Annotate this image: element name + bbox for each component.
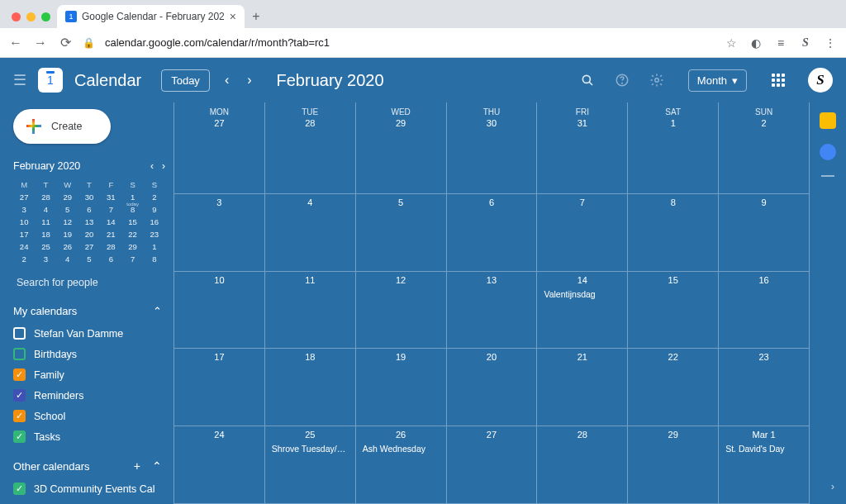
url-text[interactable]: calendar.google.com/calendar/r/month?tab… <box>105 36 714 49</box>
extension-icon[interactable]: ≡ <box>773 36 788 50</box>
mini-day[interactable]: 29 <box>121 242 143 251</box>
browser-tab[interactable]: 1 Google Calendar - February 202 × <box>57 5 245 28</box>
mini-day[interactable]: 28 <box>100 242 121 251</box>
reload-button[interactable]: ⟳ <box>58 35 73 50</box>
calendar-checkbox[interactable]: ✓ <box>13 368 26 381</box>
mini-next-button[interactable]: › <box>162 160 165 172</box>
day-cell[interactable]: 2 <box>719 116 810 194</box>
mini-day[interactable]: 7 <box>100 205 121 214</box>
day-cell[interactable]: 28 <box>265 116 356 194</box>
mini-prev-button[interactable]: ‹ <box>150 160 154 172</box>
expand-side-panel-icon[interactable]: › <box>831 480 834 492</box>
mini-day[interactable]: 3 <box>13 205 35 214</box>
day-cell[interactable]: 26Ash Wednesday <box>356 426 447 504</box>
calendar-item[interactable]: ✓Family <box>13 367 165 383</box>
day-cell[interactable]: 1 <box>628 116 719 194</box>
today-button[interactable]: Today <box>161 69 210 92</box>
event[interactable]: Shrove Tuesday/Mardi Gr <box>270 443 350 454</box>
star-icon[interactable]: ☆ <box>724 36 739 50</box>
day-cell[interactable]: 27 <box>447 426 538 504</box>
mini-day[interactable]: 13 <box>78 217 100 226</box>
calendar-checkbox[interactable]: ✓ <box>13 410 26 422</box>
day-cell[interactable]: 5 <box>356 194 447 272</box>
day-cell[interactable]: 24 <box>174 426 265 504</box>
calendar-checkbox[interactable] <box>13 327 26 340</box>
day-cell[interactable]: 13 <box>447 272 538 349</box>
lock-icon[interactable]: 🔒 <box>83 37 95 49</box>
calendar-item[interactable]: ✓Tasks <box>13 429 165 445</box>
mini-day[interactable]: 3 <box>35 254 56 264</box>
calendar-item[interactable]: ✓Reminders <box>13 388 165 403</box>
day-cell[interactable]: 29 <box>356 116 447 194</box>
mini-day[interactable]: 16 <box>144 217 165 226</box>
day-cell[interactable]: 17 <box>174 349 265 426</box>
mini-day[interactable]: 2 <box>13 254 35 264</box>
event[interactable]: St. David's Day <box>724 443 804 454</box>
day-cell[interactable]: 6 <box>447 194 538 272</box>
mini-day[interactable]: 15 <box>121 217 143 226</box>
day-cell[interactable]: 18 <box>265 349 356 426</box>
mini-day[interactable]: 6 <box>78 205 100 214</box>
event[interactable]: Ash Wednesday <box>361 443 441 454</box>
day-cell[interactable]: 20 <box>447 349 538 426</box>
mini-day[interactable]: 9 <box>144 205 165 214</box>
mini-day[interactable]: 27 <box>13 193 35 202</box>
extension-icon[interactable]: ◐ <box>749 36 763 50</box>
day-cell[interactable]: 3 <box>174 194 265 272</box>
day-cell[interactable]: 12 <box>356 272 447 349</box>
day-cell[interactable]: 9 <box>719 194 810 272</box>
day-cell[interactable]: 14Valentijnsdag <box>537 272 628 349</box>
mini-day[interactable]: 5 <box>57 205 78 214</box>
mini-day[interactable]: 18 <box>35 230 56 239</box>
mini-day[interactable]: 28 <box>35 193 56 202</box>
mini-day[interactable]: 22 <box>121 230 143 239</box>
close-window-icon[interactable] <box>12 12 21 21</box>
day-cell[interactable]: 30 <box>447 116 538 194</box>
mini-day[interactable]: 20 <box>78 230 100 239</box>
mini-day[interactable]: 2 <box>144 193 165 202</box>
maximize-window-icon[interactable] <box>41 12 50 21</box>
mini-day[interactable]: 5 <box>78 254 100 264</box>
day-cell[interactable]: 25Shrove Tuesday/Mardi Gr <box>265 426 356 504</box>
minimize-window-icon[interactable] <box>26 12 36 21</box>
close-tab-icon[interactable]: × <box>230 10 236 23</box>
browser-menu-icon[interactable]: ⋮ <box>823 36 838 50</box>
day-cell[interactable]: 31 <box>537 116 628 194</box>
prev-month-button[interactable]: ‹ <box>221 73 232 88</box>
calendar-item[interactable]: Birthdays <box>13 346 165 362</box>
create-button[interactable]: Create <box>13 109 111 144</box>
day-cell[interactable]: 29 <box>628 426 719 504</box>
day-cell[interactable]: 23 <box>719 349 810 426</box>
mini-day[interactable]: 11 <box>35 217 56 226</box>
mini-day[interactable]: 1 <box>121 193 143 202</box>
tasks-icon[interactable] <box>820 144 836 160</box>
forward-button[interactable]: → <box>33 36 48 50</box>
next-month-button[interactable]: › <box>244 73 254 88</box>
view-selector[interactable]: Month ▾ <box>688 69 747 92</box>
mini-calendar[interactable]: MTWTFSS272829303112345678910111213141516… <box>13 180 165 264</box>
calendar-item[interactable]: ✓3D Community Events Cal <box>13 481 165 497</box>
mini-day[interactable]: 17 <box>13 230 35 239</box>
mini-day[interactable]: 24 <box>13 242 35 251</box>
extension-icon[interactable]: S <box>798 36 813 50</box>
back-button[interactable]: ← <box>8 36 23 50</box>
day-cell[interactable]: 8 <box>628 194 719 272</box>
mini-day[interactable]: 31 <box>100 193 121 202</box>
day-cell[interactable]: 10 <box>174 272 265 349</box>
day-cell[interactable]: 4 <box>265 194 356 272</box>
day-cell[interactable]: 16 <box>719 272 810 349</box>
calendar-item[interactable]: Stefan Van Damme <box>13 326 165 341</box>
mini-day[interactable]: 1 <box>144 242 165 251</box>
settings-icon[interactable] <box>645 69 668 92</box>
mini-day[interactable]: 4 <box>35 205 56 214</box>
calendar-checkbox[interactable]: ✓ <box>13 483 26 495</box>
my-calendars-header[interactable]: My calendars ⌃ <box>13 300 165 321</box>
day-cell[interactable]: 15 <box>628 272 719 349</box>
day-cell[interactable]: Mar 1St. David's Day <box>719 426 810 504</box>
mini-day[interactable]: 4 <box>57 254 78 264</box>
keep-icon[interactable] <box>820 112 836 129</box>
calendar-checkbox[interactable]: ✓ <box>13 389 26 402</box>
mini-day[interactable]: 23 <box>144 230 165 239</box>
mini-day[interactable]: 7 <box>121 254 143 264</box>
calendar-checkbox[interactable] <box>13 348 26 360</box>
